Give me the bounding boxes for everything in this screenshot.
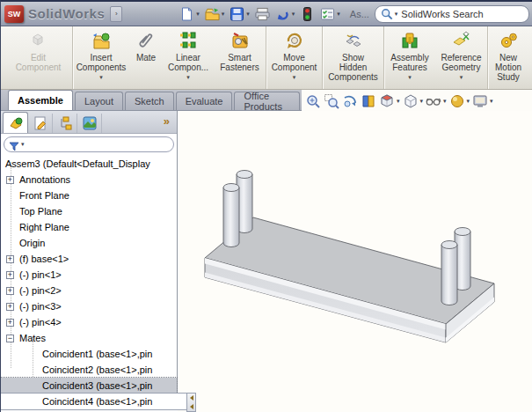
view-orientation-button[interactable]: ▾ (379, 93, 400, 109)
expand-toggle[interactable]: + (6, 303, 14, 311)
dropdown-arrow[interactable]: ▾ (337, 11, 340, 18)
dropdown-arrow[interactable]: ▾ (186, 74, 190, 81)
tree-item-label: Mates (19, 333, 46, 343)
property-manager-tab-tab[interactable] (28, 114, 53, 133)
tree-item-label: Right Plane (19, 222, 69, 232)
tree-row[interactable]: Coincident4 (base<1>,pin (1, 394, 186, 409)
tree-row[interactable]: +(-) pin<2> (1, 283, 177, 298)
dropdown-arrow[interactable]: ▾ (408, 74, 412, 81)
tree-row[interactable]: Coincident2 (base<1>,pin (1, 362, 177, 378)
assembly-features-button[interactable]: AssemblyFeatures▾ (384, 26, 435, 89)
show-hidden-components-button[interactable]: ShowHiddenComponents (323, 26, 384, 89)
display-style-button[interactable]: ▾ (403, 93, 424, 109)
search-input[interactable]: SolidWorks Search (401, 9, 483, 19)
tree-row[interactable]: +(-) pin<1> (1, 267, 177, 283)
filter-dropdown-arrow[interactable]: ▾ (21, 141, 25, 148)
hide-show-items-button[interactable]: ▾ (426, 93, 447, 109)
expand-toggle[interactable]: + (6, 255, 14, 263)
new-document-button[interactable]: ▾ (179, 6, 200, 22)
tab-layout[interactable]: Layout (75, 92, 123, 110)
dropdown-arrow[interactable]: ▾ (490, 98, 493, 105)
section-view-button[interactable] (361, 93, 376, 109)
expand-toggle[interactable]: + (6, 287, 14, 295)
open-folder-button[interactable]: ▾ (204, 6, 226, 22)
scene-icon (472, 93, 488, 109)
expand-toggle[interactable]: + (6, 271, 14, 279)
label-line: Fasteners (220, 63, 259, 72)
app-title: SolidWorks (28, 6, 105, 21)
tree-flyout-arrows[interactable] (186, 393, 196, 412)
reference-geometry-button[interactable]: ReferenceGeometry▾ (435, 26, 488, 89)
print-icon (255, 7, 270, 21)
tree-row[interactable]: +(-) pin<3> (1, 298, 177, 314)
appearances-button[interactable]: ▾ (449, 93, 470, 109)
graphics-viewport[interactable] (178, 111, 532, 412)
display-manager-tab-tab[interactable] (77, 114, 102, 133)
tab-office-products[interactable]: Office Products (234, 92, 300, 110)
tree-filter-input[interactable]: ▾ (4, 136, 174, 152)
tree-row[interactable]: Coincident1 (base<1>,pin (1, 346, 177, 362)
feature-manager-panel: » ▾ Assem3 (Default<Default_Display+AAnn… (1, 111, 178, 408)
tree-row[interactable]: Origin (1, 235, 177, 251)
expand-toggle[interactable]: − (6, 335, 14, 342)
dropdown-arrow[interactable]: ▾ (467, 98, 470, 105)
dropdown-arrow[interactable]: ▾ (293, 74, 296, 81)
zoom-fit-button[interactable] (305, 93, 321, 109)
dropdown-arrow[interactable]: ▾ (246, 11, 250, 18)
print-button[interactable] (254, 6, 271, 22)
options-icon (320, 7, 335, 21)
insert-components-button[interactable]: InsertComponents▾ (73, 26, 129, 89)
assembly-model[interactable] (178, 111, 532, 412)
tree-row[interactable]: Assem3 (Default<Default_Display (1, 156, 177, 172)
edit-component-icon (28, 30, 49, 51)
menu-expand-button[interactable]: › (110, 6, 122, 22)
smart-fasteners-icon (230, 30, 251, 51)
dropdown-arrow[interactable]: ▾ (443, 98, 447, 105)
linear-component-pattern-button[interactable]: LinearCompon...▾ (163, 26, 214, 89)
undo-button[interactable]: ▾ (274, 6, 296, 22)
tree-row[interactable]: +AAnnotations (1, 172, 177, 188)
search-box[interactable]: ▾ SolidWorks Search (375, 5, 529, 23)
dropdown-arrow[interactable]: ▾ (292, 11, 295, 18)
scene-button[interactable]: ▾ (472, 93, 493, 109)
tab-assemble[interactable]: Assemble (8, 90, 73, 110)
move-component-button[interactable]: MoveComponent▾ (266, 26, 323, 89)
tree-row[interactable]: Coincident3 (base<1>,pin (1, 378, 177, 394)
options-button[interactable]: ▾ (319, 6, 341, 22)
tab-bar: AssembleLayoutSketchEvaluateOffice Produ… (1, 90, 532, 111)
rotate-view-button[interactable] (342, 93, 358, 109)
mate-button[interactable]: Mate (129, 26, 163, 89)
configuration-manager-tab-tab[interactable] (53, 114, 77, 133)
dropdown-arrow[interactable]: ▾ (397, 98, 400, 105)
dropdown-arrow[interactable]: ▾ (460, 74, 463, 81)
save-button[interactable]: ▾ (229, 6, 251, 22)
dropdown-arrow[interactable]: ▾ (222, 11, 225, 18)
expand-toggle[interactable]: + (6, 176, 14, 184)
tree-item-label: (-) pin<3> (19, 301, 62, 312)
tree-row[interactable]: Top Plane (1, 203, 177, 219)
tree-row[interactable]: +(f) base<1> (1, 251, 177, 267)
rebuild-traffic-light-icon (300, 7, 315, 21)
dropdown-arrow[interactable]: ▾ (420, 98, 424, 105)
panel-overflow-chevron[interactable]: » (164, 114, 170, 128)
tree-row[interactable]: Front Plane (1, 188, 177, 203)
zoom-area-button[interactable] (324, 93, 339, 109)
search-dropdown-arrow[interactable]: ▾ (395, 11, 398, 18)
label-line: Insert (77, 53, 127, 63)
insert-components-icon (91, 30, 112, 51)
tree-row[interactable]: +(-) pin<4> (1, 314, 177, 330)
new-motion-study-button[interactable]: NewMotionStudy (488, 26, 528, 89)
pin-right-front-top (441, 241, 457, 249)
tab-evaluate[interactable]: Evaluate (176, 92, 233, 110)
expand-toggle[interactable]: + (6, 319, 14, 327)
hide-show-items-icon (426, 93, 441, 109)
smart-fasteners-button[interactable]: SmartFasteners (214, 26, 266, 89)
feature-tree-tab-tab[interactable] (3, 112, 28, 133)
rebuild-traffic-light-button[interactable] (299, 6, 316, 22)
tree-row[interactable]: −Mates (1, 330, 177, 346)
tree-row[interactable]: Right Plane (1, 219, 177, 235)
dropdown-arrow[interactable]: ▾ (196, 11, 200, 18)
dropdown-arrow[interactable]: ▾ (99, 74, 103, 81)
label-line: Components (328, 72, 378, 82)
tab-sketch[interactable]: Sketch (125, 92, 174, 110)
